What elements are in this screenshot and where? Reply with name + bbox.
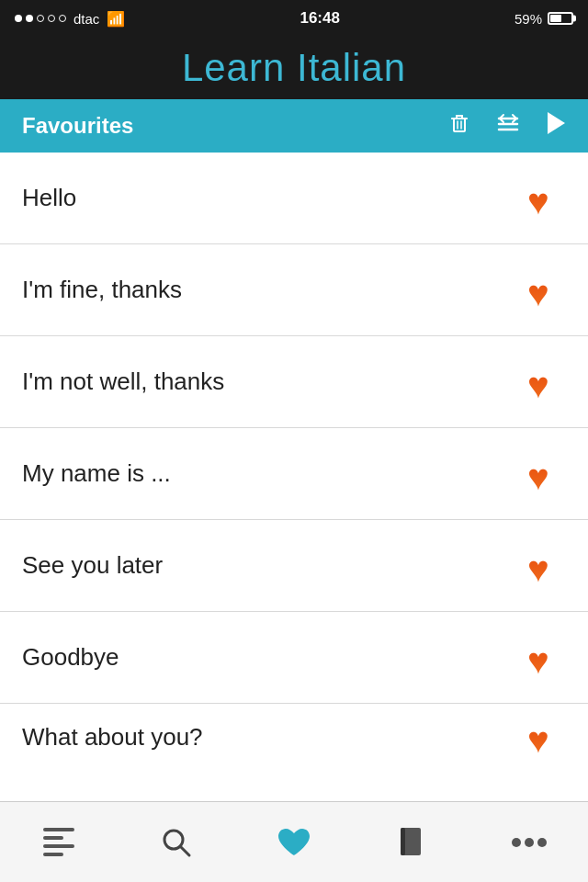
trash-icon[interactable] [448,111,470,141]
search-icon [160,826,193,859]
list-item-text: Goodbye [22,643,119,672]
nav-item-book[interactable] [353,826,470,859]
list-item[interactable]: Goodbye [0,612,588,704]
heart-icon[interactable] [527,548,566,583]
book-icon [397,826,426,859]
status-bar: dtac 📶 16:48 59% [0,0,588,37]
signal-dots [15,15,66,22]
list-item[interactable]: See you later [0,520,588,612]
more-icon [510,836,548,849]
list-item-text: What about you? [22,723,203,752]
section-header: Favourites [0,99,588,153]
status-right: 59% [514,11,573,27]
heart-icon[interactable] [527,365,566,400]
battery-fill [550,15,561,22]
list-item[interactable]: I'm fine, thanks [0,244,588,336]
signal-dot-3 [37,15,44,22]
list-item[interactable]: My name is ... [0,428,588,520]
heart-icon[interactable] [527,457,566,492]
sort-icon[interactable] [496,111,520,141]
svg-line-12 [180,846,189,855]
status-left: dtac 📶 [15,10,125,28]
nav-item-search[interactable] [118,826,235,859]
nav-item-list[interactable] [0,828,118,856]
svg-point-15 [512,838,521,847]
list-item-text: Hello [22,184,76,212]
list-item-text: I'm fine, thanks [22,276,182,304]
heart-icon[interactable] [527,273,566,308]
list-item-text: See you later [22,551,163,580]
status-time: 16:48 [300,9,339,28]
nav-item-more[interactable] [470,836,588,849]
play-icon[interactable] [546,111,566,141]
section-header-title: Favourites [22,113,133,139]
heart-icon[interactable] [527,640,566,675]
list-nav-icon [43,828,74,856]
list-item[interactable]: I'm not well, thanks [0,336,588,428]
nav-item-favourites[interactable] [235,827,353,858]
section-header-icons [448,111,566,141]
svg-marker-10 [548,112,565,134]
svg-rect-0 [454,119,465,131]
heart-nav-icon [277,827,311,858]
battery-icon [548,12,573,25]
wifi-icon: 📶 [107,10,125,28]
list-item[interactable]: Hello [0,153,588,244]
signal-dot-2 [26,15,33,22]
battery-percent: 59% [514,11,542,27]
favourites-list: Hello I'm fine, thanks I'm not well, tha… [0,153,588,770]
signal-dot-1 [15,15,22,22]
svg-rect-14 [401,828,405,855]
signal-dot-4 [48,15,55,22]
list-item-text: I'm not well, thanks [22,368,224,396]
page-title: Learn Italian [182,46,406,90]
heart-icon[interactable] [527,719,566,754]
list-item-text: My name is ... [22,459,171,488]
bottom-nav [0,801,588,882]
carrier-label: dtac [74,11,99,27]
list-item-partial[interactable]: What about you? [0,704,588,770]
svg-point-16 [525,838,534,847]
signal-dot-5 [59,15,66,22]
heart-icon[interactable] [527,181,566,216]
title-bar: Learn Italian [0,37,588,99]
svg-point-17 [537,838,547,847]
